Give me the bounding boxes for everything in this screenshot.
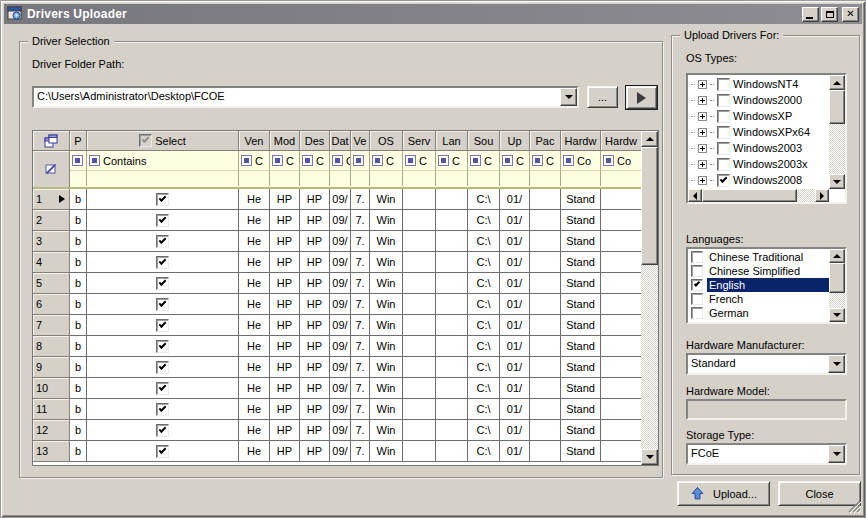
cell-ven[interactable]: He [239,420,270,441]
grid-scrollbar-thumb[interactable] [641,147,658,265]
cell-hardw1[interactable]: Stand [561,294,601,315]
cell-os[interactable]: Win [370,273,403,294]
cell-up[interactable]: 01/ [500,273,530,294]
cell-up[interactable]: 01/ [500,441,530,462]
row-select-checkbox[interactable] [156,403,169,416]
cell-p[interactable]: b [70,252,87,273]
cell-os[interactable]: Win [370,441,403,462]
filter-cell-lan[interactable]: C [436,151,468,171]
cell-serv[interactable] [403,231,436,252]
cell-up[interactable]: 01/ [500,399,530,420]
cell-serv[interactable] [403,378,436,399]
filter-cell-empty-serv[interactable] [403,171,436,186]
row-indicator-11[interactable]: 11 [33,399,70,420]
language-item-1[interactable]: Chinese Simplified [688,264,829,278]
cell-p[interactable]: b [70,357,87,378]
cell-dat[interactable]: 09/ [330,210,351,231]
cell-des[interactable]: HP [300,336,330,357]
cell-dat[interactable]: 09/ [330,252,351,273]
cell-os[interactable]: Win [370,210,403,231]
cell-ve[interactable]: 7. [351,378,370,399]
cell-sou[interactable]: C:\ [468,420,500,441]
filter-cell-dat[interactable]: C [330,151,351,171]
row-select-checkbox[interactable] [156,256,169,269]
cell-pac[interactable] [530,294,561,315]
lang-scroll-up-button[interactable] [829,249,845,263]
filter-condition-icon[interactable] [89,155,100,166]
language-item-4[interactable]: German [688,306,829,320]
cell-lan[interactable] [436,441,468,462]
cell-hardw2[interactable] [601,378,641,399]
column-header-hardw2[interactable]: Hardw [601,131,641,151]
cell-ve[interactable]: 7. [351,294,370,315]
cell-des[interactable]: HP [300,273,330,294]
cell-serv[interactable] [403,357,436,378]
tree-expand-icon[interactable] [698,96,707,105]
cell-hardw1[interactable]: Stand [561,273,601,294]
cell-os[interactable]: Win [370,252,403,273]
row-select-checkbox[interactable] [156,298,169,311]
cell-ven[interactable]: He [239,357,270,378]
row-indicator-4[interactable]: 4 [33,252,70,273]
cell-serv[interactable] [403,441,436,462]
cell-hardw1[interactable]: Stand [561,378,601,399]
filter-cell-p[interactable] [70,151,87,171]
row-select-checkbox[interactable] [156,235,169,248]
language-checkbox[interactable] [691,279,703,291]
row-select-checkbox[interactable] [156,445,169,458]
column-header-mod[interactable]: Mod [270,131,300,151]
tree-expand-icon[interactable] [698,80,707,89]
filter-condition-icon[interactable] [603,155,614,166]
filter-cell-ven[interactable]: C [239,151,270,171]
cell-hardw1[interactable]: Stand [561,357,601,378]
filter-cell-empty-up[interactable] [500,171,530,186]
cell-dat[interactable]: 09/ [330,189,351,210]
os-type-item-0[interactable]: WindowsNT4 [688,76,829,92]
cell-p[interactable]: b [70,315,87,336]
resize-grip[interactable] [848,500,861,513]
browse-button[interactable]: ... [587,86,618,108]
cell-lan[interactable] [436,210,468,231]
cell-hardw2[interactable] [601,273,641,294]
cell-pac[interactable] [530,357,561,378]
cell-up[interactable]: 01/ [500,378,530,399]
cell-pac[interactable] [530,336,561,357]
cell-serv[interactable] [403,252,436,273]
cell-mod[interactable]: HP [270,189,300,210]
cell-sou[interactable]: C:\ [468,336,500,357]
cell-ven[interactable]: He [239,273,270,294]
cell-dat[interactable]: 09/ [330,420,351,441]
cell-ven[interactable]: He [239,336,270,357]
cell-des[interactable]: HP [300,210,330,231]
column-header-p[interactable]: P [70,131,87,151]
column-header-ven[interactable]: Ven [239,131,270,151]
cell-select[interactable] [87,231,239,252]
cell-p[interactable]: b [70,336,87,357]
row-indicator-9[interactable]: 9 [33,357,70,378]
cell-select[interactable] [87,336,239,357]
cell-p[interactable]: b [70,378,87,399]
cell-hardw2[interactable] [601,210,641,231]
cell-mod[interactable]: HP [270,378,300,399]
os-type-checkbox[interactable] [717,174,730,187]
os-type-item-1[interactable]: Windows2000 [688,92,829,108]
filter-cell-empty-mod[interactable] [270,171,300,186]
language-checkbox[interactable] [691,293,703,305]
os-type-checkbox[interactable] [717,158,730,171]
cell-pac[interactable] [530,210,561,231]
row-indicator-13[interactable]: 13 [33,441,70,462]
row-select-checkbox[interactable] [156,361,169,374]
cell-sou[interactable]: C:\ [468,378,500,399]
cell-ve[interactable]: 7. [351,420,370,441]
cell-des[interactable]: HP [300,231,330,252]
storage-type-dropdown-button[interactable] [828,445,845,463]
cell-hardw2[interactable] [601,336,641,357]
titlebar[interactable]: Drivers Uploader ✕ [4,4,862,24]
os-type-item-4[interactable]: Windows2003 [688,140,829,156]
cell-ven[interactable]: He [239,231,270,252]
filter-condition-icon[interactable] [470,155,481,166]
cell-dat[interactable]: 09/ [330,231,351,252]
os-type-item-6[interactable]: Windows2008 [688,172,829,188]
cell-serv[interactable] [403,210,436,231]
cell-dat[interactable]: 09/ [330,315,351,336]
